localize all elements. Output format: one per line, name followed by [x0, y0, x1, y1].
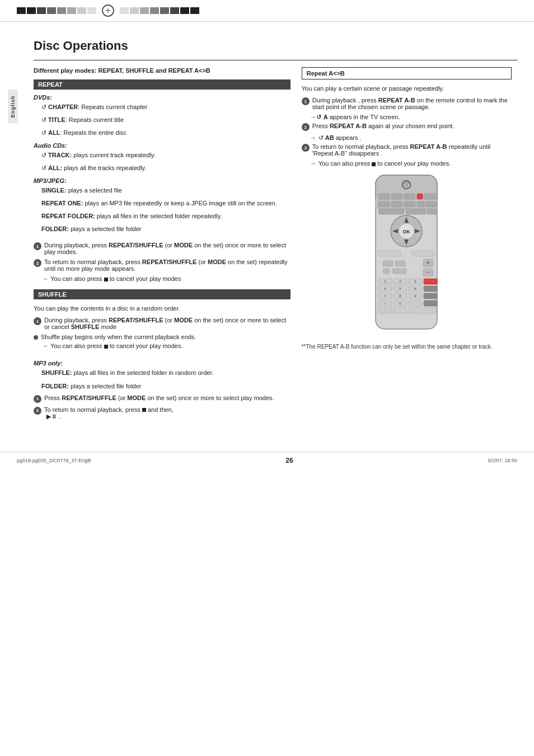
bullet-dot — [34, 335, 38, 340]
svg-text:⏻: ⏻ — [404, 182, 409, 188]
ab-step-1-circle: 1 — [302, 97, 310, 105]
svg-rect-7 — [404, 194, 415, 199]
ab-step-3: 3 To return to normal playback, press RE… — [302, 143, 512, 157]
crosshair-icon — [102, 4, 114, 17]
mp3-jpeg-items: SINGLE: plays a selected file REPEAT ONE… — [41, 186, 291, 234]
svg-rect-42 — [424, 286, 437, 292]
footnote: **The REPEAT A-B function can only be se… — [302, 342, 512, 351]
mp3-step-1-circle: 1 — [34, 395, 41, 403]
svg-text:+: + — [427, 260, 430, 266]
svg-rect-12 — [404, 201, 415, 207]
page-title: Disc Operations — [34, 33, 517, 53]
repeat-step-1: 1 During playback, press REPEAT/SHUFFLE … — [34, 242, 291, 255]
bottom-date: 9/2/07, 18:50 — [488, 458, 517, 463]
svg-rect-15 — [378, 209, 404, 214]
shuffle-intro: You can play the contents in a disc in a… — [34, 304, 291, 313]
svg-rect-11 — [391, 201, 402, 207]
mp3-step-2-circle: 2 — [34, 407, 41, 415]
svg-rect-13 — [417, 201, 424, 207]
remote-image: ⏻ — [302, 172, 512, 335]
mp3-step-1: 1 Press REPEAT/SHUFFLE (or MODE on the s… — [34, 395, 291, 403]
step-2-circle: 2 — [34, 259, 41, 267]
repeat-ab-header-box: Repeat A<>B — [302, 67, 512, 79]
svg-rect-5 — [378, 194, 390, 199]
repeat-arrow-note: → You can also press to cancel your play… — [42, 275, 291, 282]
section-subtitle: Different play modes: REPEAT, SHUFFLE an… — [34, 67, 291, 74]
svg-rect-51 — [378, 308, 392, 313]
ab-step-3-arrow: → You can also press to cancel your play… — [310, 160, 512, 167]
ab-step-1: 1 During playback , press REPEAT A-B on … — [302, 97, 512, 110]
svg-rect-17 — [427, 209, 437, 214]
audio-cds-items: ↺ TRACK: plays current track repeatedly.… — [41, 151, 291, 173]
left-column: Different play modes: REPEAT, SHUFFLE an… — [34, 67, 291, 424]
svg-rect-50 — [424, 300, 437, 306]
right-column: Repeat A<>B You can play a certain scene… — [302, 67, 512, 424]
deco-squares-left — [17, 7, 96, 14]
svg-rect-8 — [417, 194, 423, 199]
shuffle-bullet: Shuffle play begins only when the curren… — [34, 334, 291, 340]
svg-rect-31 — [383, 269, 390, 274]
shuffle-header: SHUFFLE — [34, 289, 291, 299]
svg-rect-46 — [424, 293, 437, 299]
ab-step-2-arrow: → ↺ AB appears . — [310, 134, 512, 142]
mp3-only-label: MP3 only: — [34, 360, 291, 367]
svg-rect-10 — [378, 201, 390, 207]
svg-rect-26 — [412, 251, 434, 256]
svg-rect-9 — [424, 194, 437, 199]
bottom-file-ref: pg018-pg035_DCD778_37-EngB — [17, 458, 91, 463]
sidebar-language-label: English — [8, 90, 18, 123]
mp3-only-items: SHUFFLE: plays all files in the selected… — [41, 368, 291, 391]
mp3-step-2: 2 To return to normal playback, press an… — [34, 406, 291, 420]
deco-squares-right — [120, 7, 199, 14]
svg-text:−: − — [427, 269, 430, 275]
svg-rect-27 — [383, 261, 393, 266]
dvds-items: ↺ CHAPTER: Repeats current chapter ↺ TIT… — [41, 102, 291, 138]
svg-rect-6 — [391, 194, 402, 199]
repeat-ab-intro: You can play a certain scene or passage … — [302, 84, 512, 93]
svg-rect-49 — [409, 300, 422, 306]
bottom-bar: pg018-pg035_DCD778_37-EngB 26 9/2/07, 18… — [0, 452, 534, 469]
svg-text:OK: OK — [403, 229, 411, 234]
svg-rect-53 — [409, 308, 437, 313]
svg-rect-14 — [425, 201, 437, 207]
shuffle-step-1: 1 During playback, press REPEAT/SHUFFLE … — [34, 317, 291, 330]
repeat-step-2: 2 To return to normal playback, press RE… — [34, 259, 291, 272]
svg-text:↔: ↔ — [383, 302, 387, 305]
shuffle-arrow-note: → You can also press to cancel your play… — [42, 342, 291, 349]
svg-rect-52 — [394, 308, 407, 313]
step-1-circle: 1 — [34, 242, 41, 250]
repeat-header: REPEAT — [34, 79, 291, 90]
ab-step-2-circle: 2 — [302, 123, 310, 131]
remote-svg: ⏻ — [367, 172, 446, 335]
svg-rect-32 — [392, 269, 406, 274]
dvds-label: DVDs: — [34, 94, 291, 101]
shuffle-step-1-circle: 1 — [34, 317, 41, 325]
ab-step-2: 2 Press REPEAT A-B again at your chosen … — [302, 123, 512, 131]
ab-step-1-arrow: →↺ A appears in the TV screen. — [310, 114, 512, 121]
svg-rect-25 — [378, 251, 401, 256]
page-number: 26 — [285, 457, 293, 464]
svg-rect-38 — [424, 279, 437, 284]
mp3-jpeg-label: MP3/JPEG: — [34, 177, 291, 184]
svg-rect-16 — [406, 209, 426, 214]
svg-rect-28 — [395, 261, 405, 266]
ab-step-3-circle: 3 — [302, 144, 310, 152]
audio-cds-label: Audio CDs: — [34, 142, 291, 149]
top-decorative-bar — [0, 0, 534, 22]
